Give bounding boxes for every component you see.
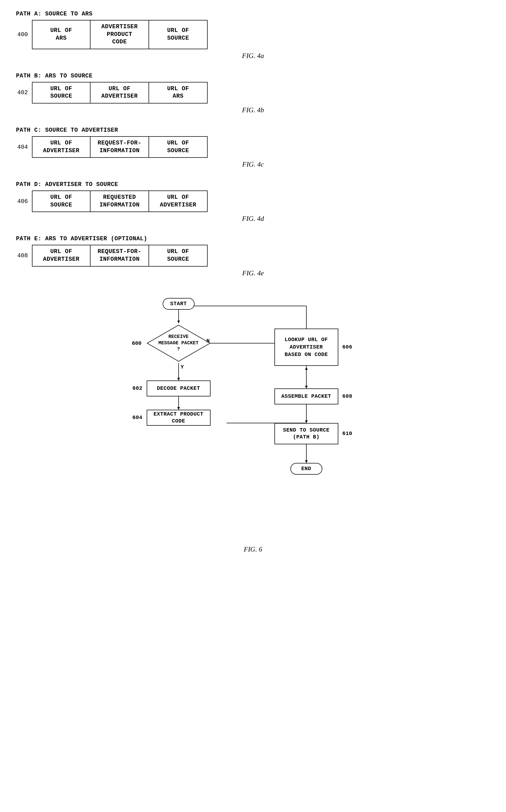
- ref-608: 608: [342, 393, 352, 400]
- fig4c-packet-row: 404 URL OFADVERTISER REQUEST-FOR-INFORMA…: [32, 136, 490, 158]
- fig4a-packet-row: 400 URL OFARS ADVERTISERPRODUCTCODE URL …: [32, 20, 490, 49]
- fig4b-section: PATH B: ARS TO SOURCE 402 URL OFSOURCE U…: [16, 73, 490, 114]
- fig4d-packet-row: 406 URL OFSOURCE REQUESTEDINFORMATION UR…: [32, 191, 490, 212]
- fig4c-section: PATH C: SOURCE TO ADVERTISER 404 URL OFA…: [16, 127, 490, 169]
- node-610-label: SEND TO SOURCE(PATH B): [283, 427, 330, 440]
- node-608-label: ASSEMBLE PACKET: [281, 393, 331, 400]
- flowchart-606: LOOKUP URL OFADVERTISERBASED ON CODE 606: [274, 328, 338, 366]
- fig4e-path-label: PATH E: ARS TO ADVERTISER (OPTIONAL): [16, 235, 490, 242]
- fig4d-section: PATH D: ADVERTISER TO SOURCE 406 URL OFS…: [16, 181, 490, 223]
- node-604-label: EXTRACT PRODUCT CODE: [147, 411, 210, 425]
- fig4e-cell2: REQUEST-FOR-INFORMATION: [90, 245, 149, 266]
- ref-600: 600: [132, 340, 142, 346]
- fig4b-cell1: URL OFSOURCE: [32, 82, 90, 103]
- fig6-caption: FIG. 6: [16, 545, 490, 553]
- svg-marker-16: [305, 420, 308, 423]
- fig4e-packet-row: 408 URL OFADVERTISER REQUEST-FOR-INFORMA…: [32, 245, 490, 266]
- fig4c-cell3: URL OFSOURCE: [149, 136, 207, 158]
- fig4d-cell1: URL OFSOURCE: [32, 191, 90, 212]
- fig4a-section: PATH A: SOURCE TO ARS 400 URL OFARS ADVE…: [16, 11, 490, 60]
- fig4c-caption: FIG. 4c: [16, 161, 490, 169]
- ref-610: 610: [342, 430, 352, 437]
- ref-606: 606: [342, 343, 352, 351]
- fig4a-cell1: URL OFARS: [32, 20, 90, 49]
- fig4a-cell3: URL OFSOURCE: [149, 20, 207, 49]
- svg-marker-7: [177, 407, 180, 410]
- fig4d-cell3: URL OFADVERTISER: [149, 191, 207, 212]
- fig4e-cell1: URL OFADVERTISER: [32, 245, 90, 266]
- fig4a-path-label: PATH A: SOURCE TO ARS: [16, 11, 490, 17]
- fig4c-path-label: PATH C: SOURCE TO ADVERTISER: [16, 127, 490, 133]
- flowchart-608: ASSEMBLE PACKET 608: [274, 388, 338, 404]
- fig4b-cell2: URL OFADVERTISER: [90, 82, 149, 103]
- fig4b-caption: FIG. 4b: [16, 106, 490, 114]
- node-606-label: LOOKUP URL OFADVERTISERBASED ON CODE: [284, 336, 328, 359]
- fig4d-ref: 406: [17, 198, 28, 205]
- fig6-section: START RECEIVEMESSAGE PACKET? 600 Y N DEC…: [16, 290, 490, 553]
- fig4d-path-label: PATH D: ADVERTISER TO SOURCE: [16, 181, 490, 188]
- ref-604: 604: [133, 414, 143, 421]
- fig4b-packet-row: 402 URL OFSOURCE URL OFADVERTISER URL OF…: [32, 82, 490, 103]
- flowchart-610: SEND TO SOURCE(PATH B) 610: [274, 423, 338, 444]
- flowchart-start: START: [163, 298, 194, 310]
- fig4a-caption: FIG. 4a: [16, 52, 490, 60]
- fig4e-cell3: URL OFSOURCE: [149, 245, 207, 266]
- svg-marker-5: [177, 378, 180, 381]
- fig4c-cell2: REQUEST-FOR-INFORMATION: [90, 136, 149, 158]
- svg-marker-18: [305, 460, 308, 463]
- no-label: N: [206, 338, 210, 344]
- fig4e-ref: 408: [17, 252, 28, 259]
- flowchart-604: EXTRACT PRODUCT CODE 604: [147, 410, 210, 426]
- fig4b-ref: 402: [17, 89, 28, 96]
- flowchart-602: DECODE PACKET 602: [147, 381, 210, 396]
- svg-marker-14: [305, 386, 308, 388]
- diamond-600-label: RECEIVEMESSAGE PACKET?: [158, 334, 198, 352]
- end-label: END: [301, 465, 312, 472]
- fig4b-path-label: PATH B: ARS TO SOURCE: [16, 73, 490, 79]
- fig4c-ref: 404: [17, 144, 28, 150]
- yes-label: Y: [181, 364, 184, 370]
- fig4a-cell2: ADVERTISERPRODUCTCODE: [90, 20, 149, 49]
- fig4e-caption: FIG. 4e: [16, 269, 490, 277]
- fig4d-caption: FIG. 4d: [16, 215, 490, 223]
- fig4b-cell3: URL OFARS: [149, 82, 207, 103]
- ref-602: 602: [133, 385, 143, 392]
- fig4a-ref: 400: [17, 31, 28, 38]
- flowchart-diamond-600: RECEIVEMESSAGE PACKET? 600: [147, 325, 210, 362]
- fig4d-cell2: REQUESTEDINFORMATION: [90, 191, 149, 212]
- fig4c-cell1: URL OFADVERTISER: [32, 136, 90, 158]
- node-602-label: DECODE PACKET: [157, 385, 200, 392]
- flowchart-end: END: [290, 463, 322, 475]
- fig4e-section: PATH E: ARS TO ADVERTISER (OPTIONAL) 408…: [16, 235, 490, 277]
